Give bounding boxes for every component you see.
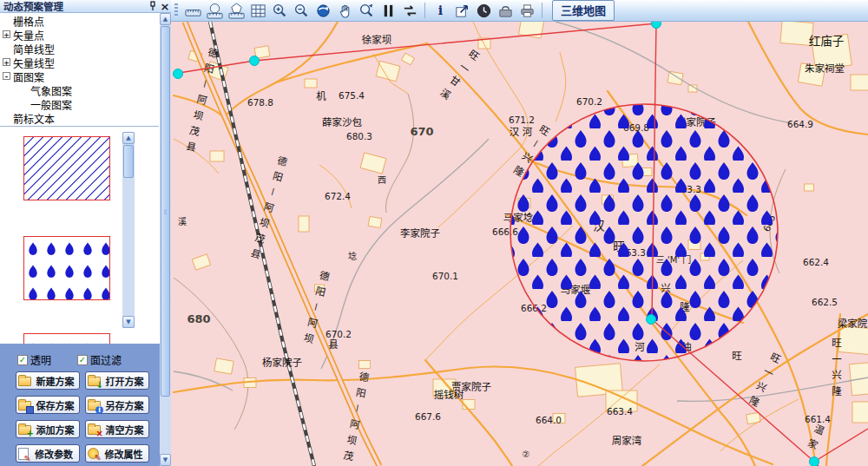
button-folder-clear[interactable]: ×清空方案 xyxy=(85,420,149,438)
measure-distance-icon[interactable] xyxy=(184,2,201,19)
scrollbar-thumb[interactable] xyxy=(123,145,134,178)
scrollbar-thumb[interactable] xyxy=(161,26,170,397)
checkbox-label: 透明 xyxy=(30,352,51,367)
sidebar-scrollbar[interactable]: ▲ ▼ xyxy=(160,13,171,466)
map-label: 杨家院子 xyxy=(262,355,302,369)
checkbox-row: ✓透明✓面过滤 xyxy=(0,352,160,367)
tree-item-5[interactable]: 气象图案 xyxy=(0,83,159,97)
tree-item-6[interactable]: 一般图案 xyxy=(0,97,159,111)
map-canvas[interactable]: 徐家坝红庙子朱家祠堂678.8机675.4薛家沙包680.3670671.267… xyxy=(171,22,868,466)
map-label: 西 xyxy=(378,173,386,186)
button-folder-open[interactable]: ↓打开方案 xyxy=(85,371,149,390)
checkbox-0[interactable]: ✓透明 xyxy=(17,352,51,367)
map-label: 669.8 xyxy=(623,122,649,133)
collapse-icon[interactable]: - xyxy=(3,72,10,80)
button-edit-params[interactable]: ✎修改参数 xyxy=(16,444,80,463)
print-icon[interactable] xyxy=(518,2,536,19)
expand-icon[interactable]: + xyxy=(3,30,10,38)
button-folder-add[interactable]: +添加方案 xyxy=(16,420,80,438)
map-label: 664.9 xyxy=(787,119,813,129)
pattern-swatch-raindrops-partial[interactable] xyxy=(23,333,110,344)
button-label: 修改参数 xyxy=(35,447,73,461)
tree-item-1[interactable]: +矢量点 xyxy=(0,28,159,42)
pattern-list-scrollbar[interactable]: ▲ ▼ xyxy=(122,132,135,328)
zoom-out-icon[interactable] xyxy=(293,2,310,19)
map-labels-layer: 徐家坝红庙子朱家祠堂678.8机675.4薛家沙包680.3670671.267… xyxy=(171,22,868,466)
tree-item-4[interactable]: -面图案 xyxy=(0,69,159,83)
map-label: 埝 xyxy=(348,249,357,262)
checkbox-1[interactable]: ✓面过滤 xyxy=(77,352,122,367)
map-label: 666.6 xyxy=(492,226,518,237)
tree-item-3[interactable]: +矢量线型 xyxy=(0,56,159,69)
tree-item-label: 气象图案 xyxy=(30,83,72,98)
pattern-swatch-hatch[interactable] xyxy=(23,136,110,200)
folder-clear-icon: × xyxy=(88,425,101,435)
pin-icon[interactable] xyxy=(147,1,159,12)
map-label: 李家院子 xyxy=(400,226,440,240)
archive-icon[interactable] xyxy=(496,2,514,19)
scroll-down-icon[interactable]: ▼ xyxy=(160,454,171,466)
button-label: 打开方案 xyxy=(106,374,144,388)
scroll-up-icon[interactable]: ▲ xyxy=(122,132,135,144)
checkbox-box[interactable]: ✓ xyxy=(17,355,28,365)
map-label: 县 xyxy=(328,337,339,351)
toolbar-separator xyxy=(542,3,542,18)
globe-icon[interactable] xyxy=(314,2,332,19)
info-icon[interactable]: i xyxy=(431,2,449,19)
folder-open-icon: ↓ xyxy=(88,377,101,386)
tree-item-0[interactable]: 栅格点 xyxy=(0,14,159,28)
map-label: 旺一兴隆 xyxy=(829,338,843,402)
pause-icon[interactable] xyxy=(379,2,397,19)
map-label: 机 xyxy=(316,89,326,102)
map-label: 三 'M' 门 xyxy=(656,253,691,266)
map-label: 薛家沙包 xyxy=(322,115,362,128)
map-toolbar: i三维地图 xyxy=(171,0,868,22)
button-edit-attrs[interactable]: ✎修改属性 xyxy=(85,444,149,463)
tree-item-7[interactable]: 箭标文本 xyxy=(0,111,159,125)
map-label: 670.1 xyxy=(432,271,458,281)
panel-title: 动态预案管理 xyxy=(3,0,147,13)
export-icon[interactable] xyxy=(453,2,470,19)
map-label: 旺一甘溪 xyxy=(433,46,482,106)
map-label: 666.2 xyxy=(521,303,547,313)
map-label: 梁家院 xyxy=(838,316,868,330)
button-folder-new[interactable]: 新建方案 xyxy=(16,371,80,390)
panel-title-bar: 动态预案管理 × xyxy=(0,0,171,13)
toolbar-grip[interactable] xyxy=(174,3,178,17)
measure-area-icon[interactable] xyxy=(206,2,223,19)
checkbox-box[interactable]: ✓ xyxy=(77,355,88,365)
button-folder-saveas[interactable]: i另存方案 xyxy=(85,396,149,414)
zoom-history-icon[interactable] xyxy=(358,2,375,19)
clock-icon[interactable] xyxy=(475,2,492,19)
map-label: 664.0 xyxy=(536,415,562,425)
map3d-button[interactable]: 三维地图 xyxy=(552,0,615,21)
zoom-in-icon[interactable] xyxy=(271,2,288,19)
map-label: ② xyxy=(523,450,530,459)
map-label: 680 xyxy=(187,312,210,325)
map-label: 周家湾 xyxy=(612,433,642,447)
map-label: 662.4 xyxy=(803,257,829,267)
map-label: 德阳－阿坝茂县 xyxy=(245,154,289,266)
measure-polygon-icon[interactable] xyxy=(227,2,245,19)
close-icon[interactable]: × xyxy=(159,1,171,12)
map-label: 马家埝 xyxy=(503,210,534,224)
grid-icon[interactable] xyxy=(249,2,266,19)
scroll-up-icon[interactable]: ▲ xyxy=(160,13,171,25)
folder-add-icon: + xyxy=(18,425,31,435)
scroll-down-icon[interactable]: ▼ xyxy=(122,316,135,328)
swap-icon[interactable] xyxy=(401,2,418,19)
pattern-swatch-raindrops[interactable] xyxy=(23,236,110,300)
svg-text:i: i xyxy=(437,3,443,17)
tree-item-2[interactable]: 简单线型 xyxy=(0,42,159,56)
tree-item-label: 简单线型 xyxy=(13,42,55,56)
button-label: 另存方案 xyxy=(106,398,144,412)
map-label: 665 xyxy=(761,213,778,233)
map-label: 旺 xyxy=(732,348,742,362)
pan-hand-icon[interactable] xyxy=(336,2,353,19)
map-label: 678.8 xyxy=(247,97,273,108)
map-label: 德阳－阿坝茂 xyxy=(339,371,372,466)
map-label: 663.3 xyxy=(675,184,701,194)
edit-params-icon: ✎ xyxy=(18,448,29,460)
expand-icon[interactable]: + xyxy=(3,58,10,66)
button-folder-save[interactable]: 保存方案 xyxy=(16,396,80,414)
